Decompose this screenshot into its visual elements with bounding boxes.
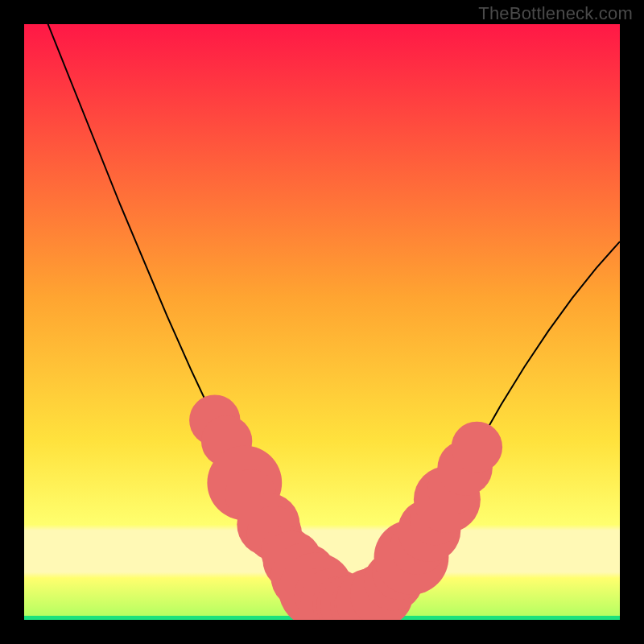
chart-svg (24, 24, 620, 620)
outer-frame: TheBottleneck.com (0, 0, 644, 644)
watermark-text: TheBottleneck.com (478, 3, 633, 24)
gradient-background (24, 24, 620, 620)
chart-plot-area (24, 24, 620, 620)
marker-dot (452, 422, 502, 473)
